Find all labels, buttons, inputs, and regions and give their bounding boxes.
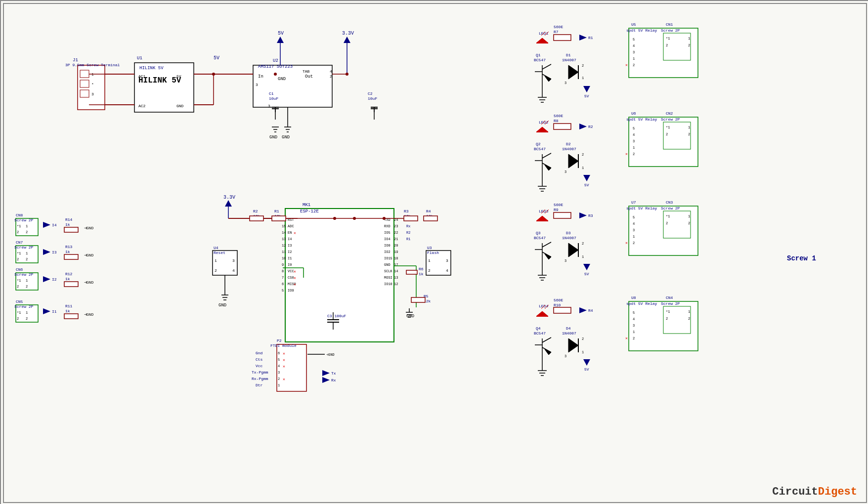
svg-text:⊣GND: ⊣GND <box>326 353 335 357</box>
svg-text:✕: ✕ <box>283 351 285 356</box>
svg-text:*1: *1 <box>17 279 21 283</box>
svg-text:U6: U6 <box>631 111 636 116</box>
svg-text:3.3V: 3.3V <box>223 195 235 200</box>
svg-text:5: 5 <box>633 215 635 219</box>
svg-text:3: 3 <box>268 104 270 108</box>
svg-text:✕: ✕ <box>294 282 296 287</box>
svg-text:4: 4 <box>633 133 635 137</box>
svg-text:Tx-Pgmm: Tx-Pgmm <box>252 370 268 375</box>
svg-text:I1: I1 <box>52 309 57 314</box>
svg-text:BC547: BC547 <box>534 147 546 151</box>
svg-text:10uF: 10uF <box>368 96 377 101</box>
svg-text:2: 2 <box>633 63 635 67</box>
svg-text:2: 2 <box>666 317 668 321</box>
svg-text:3: 3 <box>564 81 566 85</box>
svg-text:560E: 560E <box>554 25 563 29</box>
svg-text:13: 13 <box>394 276 398 280</box>
svg-text:MK1: MK1 <box>303 203 310 208</box>
svg-rect-155 <box>424 216 437 221</box>
svg-text:spdt 5V Relay: spdt 5V Relay <box>626 117 657 122</box>
svg-text:U8: U8 <box>631 295 636 300</box>
svg-text:1: 1 <box>582 255 584 259</box>
svg-text:BC547: BC547 <box>534 58 546 62</box>
svg-text:J1: J1 <box>73 58 78 63</box>
svg-text:3: 3 <box>446 258 448 263</box>
svg-text:AC2: AC2 <box>138 104 146 108</box>
svg-text:D1: D1 <box>566 53 571 57</box>
svg-text:2: 2 <box>26 257 28 261</box>
svg-text:10: 10 <box>282 256 286 260</box>
svg-text:1: 1 <box>688 37 690 41</box>
svg-text:1: 1 <box>26 311 28 315</box>
svg-text:1: 1 <box>26 279 28 283</box>
svg-point-451 <box>212 73 215 76</box>
svg-rect-408 <box>554 307 571 313</box>
svg-text:5V: 5V <box>584 367 589 372</box>
svg-text:BC547: BC547 <box>534 236 546 240</box>
svg-text:12: 12 <box>394 282 398 286</box>
svg-text:Screw 2P: Screw 2P <box>661 206 680 210</box>
svg-text:✕: ✕ <box>294 276 296 280</box>
svg-text:Rx-Pgmm: Rx-Pgmm <box>252 377 268 381</box>
svg-text:560E: 560E <box>554 298 563 302</box>
svg-point-133 <box>383 217 386 220</box>
svg-text:R7: R7 <box>554 30 559 34</box>
svg-text:✕: ✕ <box>294 231 296 235</box>
svg-text:3: 3 <box>633 50 635 54</box>
svg-text:GND: GND <box>282 135 290 140</box>
svg-text:1: 1 <box>428 258 431 263</box>
svg-text:6: 6 <box>282 282 284 286</box>
svg-text:2: 2 <box>666 132 668 136</box>
svg-point-131 <box>333 217 336 220</box>
svg-text:CN2: CN2 <box>666 111 673 116</box>
svg-text:1: 1 <box>26 224 28 228</box>
svg-text:2: 2 <box>688 132 690 136</box>
svg-text:R4: R4 <box>426 209 431 213</box>
svg-text:2: 2 <box>17 285 19 289</box>
svg-rect-152 <box>404 216 418 221</box>
svg-text:D2: D2 <box>566 142 571 146</box>
svg-text:R8: R8 <box>554 119 559 123</box>
svg-text:IO5: IO5 <box>384 231 391 235</box>
svg-text:18: 18 <box>394 256 398 260</box>
svg-text:CN3: CN3 <box>666 200 673 205</box>
svg-text:1k: 1k <box>65 222 70 227</box>
svg-text:2: 2 <box>633 336 635 340</box>
svg-text:3: 3 <box>633 324 635 328</box>
svg-text:1: 1 <box>688 310 690 314</box>
svg-text:Q3: Q3 <box>536 231 541 235</box>
svg-text:5: 5 <box>633 38 635 42</box>
svg-text:⊣GND: ⊣GND <box>84 312 93 317</box>
svg-text:U2: U2 <box>273 58 278 63</box>
svg-text:*1: *1 <box>666 214 670 218</box>
svg-text:1: 1 <box>633 330 635 334</box>
svg-text:I4: I4 <box>288 237 292 241</box>
svg-text:I2: I2 <box>52 277 57 282</box>
svg-text:3: 3 <box>232 258 235 263</box>
svg-text:Rx: Rx <box>331 378 336 382</box>
svg-rect-148 <box>272 216 286 221</box>
svg-text:Dtr: Dtr <box>256 383 263 387</box>
svg-text:4: 4 <box>278 364 280 368</box>
svg-text:19: 19 <box>394 250 398 254</box>
svg-text:R1: R1 <box>406 237 410 241</box>
svg-text:5V: 5V <box>214 55 219 61</box>
svg-text:I3: I3 <box>52 250 57 254</box>
svg-text:✕: ✕ <box>625 152 628 156</box>
svg-text:GND: GND <box>384 263 391 267</box>
svg-text:*1: *1 <box>17 311 21 315</box>
svg-text:GND: GND <box>278 77 286 82</box>
svg-text:13: 13 <box>282 237 286 241</box>
svg-text:560E: 560E <box>554 114 563 118</box>
svg-text:IO2: IO2 <box>384 250 391 254</box>
svg-text:1N4007: 1N4007 <box>562 58 576 62</box>
svg-text:R1: R1 <box>274 209 279 213</box>
svg-rect-236 <box>64 314 78 319</box>
svg-text:2: 2 <box>666 221 668 225</box>
svg-text:*1: *1 <box>666 37 670 41</box>
svg-text:SCLK: SCLK <box>384 269 393 273</box>
svg-text:5: 5 <box>633 126 635 130</box>
svg-text:I3: I3 <box>288 244 292 248</box>
svg-text:2: 2 <box>17 317 19 321</box>
svg-text:1N4007: 1N4007 <box>562 236 576 240</box>
